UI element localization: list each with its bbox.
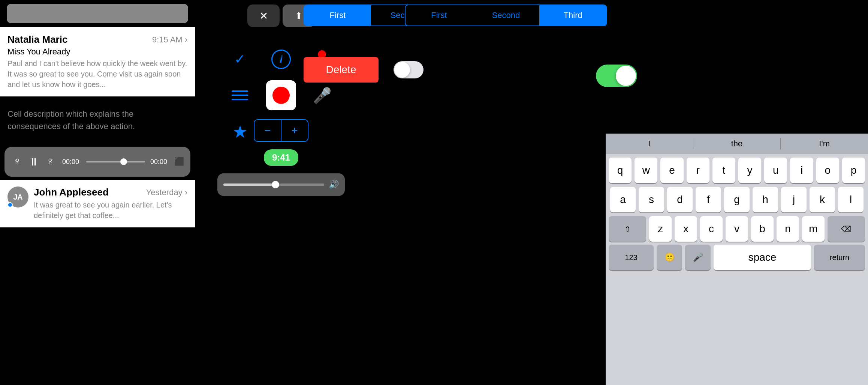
toggle-on-thumb [616,66,636,86]
delete-key[interactable]: ⌫ [828,216,865,242]
suggestions-bar: I the I'm [606,134,868,154]
key-g[interactable]: g [724,187,750,212]
volume-icon: 🔊 [329,180,339,189]
record-inner [272,87,290,104]
toggle-off[interactable] [394,61,424,78]
key-i[interactable]: i [790,158,813,183]
airplay-icon[interactable]: ⬛ [174,157,184,167]
microphone-key[interactable]: 🎤 [685,245,711,270]
delete-button[interactable]: Delete [304,57,379,83]
info-button[interactable]: i [271,50,291,69]
sender-name-1: Natalia Maric [7,34,67,45]
key-b[interactable]: b [751,216,774,242]
key-l[interactable]: l [838,187,864,212]
return-key[interactable]: return [814,245,865,270]
svg-text:15: 15 [15,161,19,165]
key-w[interactable]: w [635,158,657,183]
seg2-third-button[interactable]: Third [539,5,606,26]
message-subject-1: Miss You Already [7,47,187,57]
volume-track [223,183,324,186]
close-button[interactable]: ✕ [247,5,280,27]
avatar-john: JA [7,186,28,208]
message-card-1[interactable]: Natalia Maric 9:15 AM › Miss You Already… [0,27,195,96]
key-y[interactable]: y [738,158,761,183]
message-body-1: Paul and I can't believe how quickly the… [7,58,187,90]
chevron-right-icon-2: › [185,188,187,197]
suggestion-im[interactable]: I'm [781,135,868,152]
key-row-1: q w e r t y u i o p [609,158,865,183]
key-v[interactable]: v [726,216,748,242]
volume-slider[interactable]: 🔊 [217,173,345,196]
emoji-button[interactable]: 🙂 [657,245,682,270]
key-t[interactable]: t [712,158,735,183]
key-f[interactable]: f [696,187,721,212]
star-icon[interactable]: ★ [232,122,248,142]
microphone-icon[interactable]: 🎤 [313,87,332,104]
checkmark-icon: ✓ [234,51,245,67]
key-j[interactable]: j [781,187,807,212]
bottom-bar: 123 🙂 🎤 space return [606,242,868,270]
key-r[interactable]: r [687,158,709,183]
key-q[interactable]: q [609,158,632,183]
audio-time-start: 00:00 [62,158,81,166]
stepper-container: − + [254,119,308,142]
record-button[interactable] [266,80,296,110]
toggle-on[interactable] [596,65,637,87]
rewind-15-button[interactable]: ⟲ 15 [10,155,23,169]
message-time-1: 9:15 AM › [152,35,187,45]
unread-dot [7,202,13,208]
seg1-first-button[interactable]: First [304,5,371,26]
chevron-right-icon: › [185,35,187,45]
key-x[interactable]: x [675,216,697,242]
key-m[interactable]: m [802,216,825,242]
key-h[interactable]: h [753,187,778,212]
key-o[interactable]: o [816,158,839,183]
scrubber-thumb[interactable] [120,158,127,165]
seg2-second-button[interactable]: Second [473,5,540,26]
key-k[interactable]: k [810,187,835,212]
pause-button[interactable]: ⏸ [28,156,39,168]
key-e[interactable]: e [660,158,683,183]
search-bar[interactable] [7,4,188,23]
key-row-3: ⇧ z x c v b n m ⌫ [609,216,865,242]
message-time-2: Yesterday › [146,188,187,197]
left-panel: Natalia Maric 9:15 AM › Miss You Already… [0,0,195,385]
suggestion-the[interactable]: the [693,135,781,152]
message-card-2[interactable]: JA John Appleseed Yesterday › It was gre… [0,180,195,227]
seg2-first-button[interactable]: First [406,5,473,26]
message-body-2: It was great to see you again earlier. L… [34,200,187,221]
sender-name-2: John Appleseed [34,186,109,198]
audio-player[interactable]: ⟲ 15 ⏸ ⟳ 15 00:00 00:00 ⬛ [4,147,190,177]
cell-description: Cell description which explains the cons… [0,96,195,144]
close-icon: ✕ [259,10,268,22]
key-n[interactable]: n [777,216,799,242]
volume-thumb[interactable] [272,181,279,188]
key-row-2: a s d f g h j k l [609,187,865,212]
space-key[interactable]: space [714,245,811,270]
segmented-control-2[interactable]: First Second Third [405,5,607,26]
time-badge: 9:41 [264,149,298,166]
stepper-decrement[interactable]: − [254,120,281,141]
key-u[interactable]: u [764,158,787,183]
key-d[interactable]: d [667,187,693,212]
shift-button[interactable]: ⇧ [609,216,646,242]
numbers-button[interactable]: 123 [609,245,654,270]
share-icon: ⬆ [295,11,302,21]
toggle-thumb [394,62,410,78]
key-a[interactable]: a [610,187,636,212]
key-p[interactable]: p [842,158,865,183]
suggestion-I[interactable]: I [606,135,693,152]
keyboard-panel: I the I'm q w e r t y u i o p a s d f g … [606,134,868,385]
volume-fill [223,183,274,186]
hamburger-menu[interactable] [232,90,248,100]
audio-scrubber[interactable] [86,161,145,162]
stepper[interactable]: − + [254,119,308,142]
key-s[interactable]: s [639,187,664,212]
svg-text:15: 15 [49,161,52,165]
key-z[interactable]: z [649,216,672,242]
key-rows: q w e r t y u i o p a s d f g h j k l ⇧ … [606,154,868,242]
key-c[interactable]: c [700,216,723,242]
action-row: Delete [304,57,424,83]
stepper-increment[interactable]: + [281,120,308,141]
forward-15-button[interactable]: ⟳ 15 [44,155,57,169]
